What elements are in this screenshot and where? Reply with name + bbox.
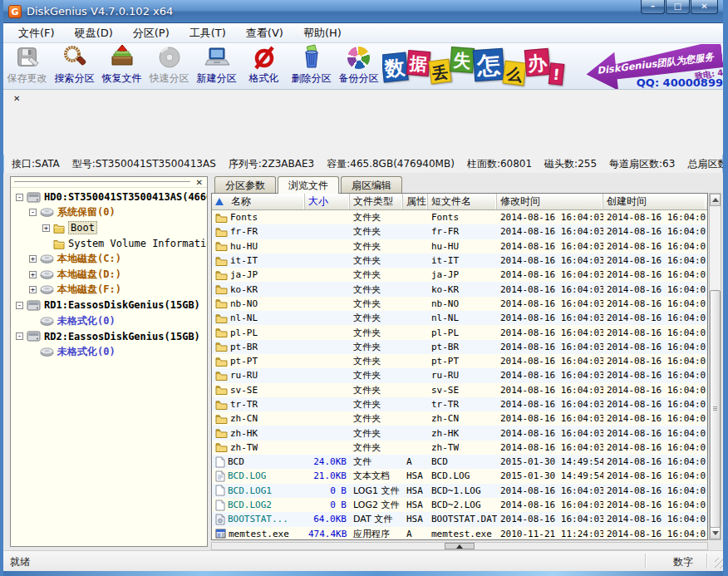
file-icon [215,485,225,496]
table-row[interactable]: fr-FR文件夹fr-FR2014-08-16 16:04:032014-08-… [212,224,707,239]
ad-banner[interactable]: 数据丢失怎么办! DiskGenius团队为您服务 致电: 4 QQ: 4000… [382,44,723,89]
resize-grip[interactable] [715,558,726,569]
maximize-button[interactable]: □ [666,0,690,14]
ad-tile-1: 据 [406,50,431,76]
close-tree-icon[interactable]: ✕ [196,179,203,187]
tree-item-2[interactable]: +Boot [11,220,207,236]
horizontal-scrollbar[interactable] [211,542,708,550]
scroll-up-icon[interactable] [710,194,721,206]
column-header-6[interactable]: 创建时间 [603,194,706,209]
table-row[interactable]: zh-CN文件夹zh-CN2014-08-16 16:04:032014-08-… [212,411,707,426]
minimize-button[interactable]: – [641,0,665,14]
tab-扇区编辑[interactable]: 扇区编辑 [341,176,402,193]
file-name: ko-KR [230,284,258,295]
menu-item-D[interactable]: 硬盘(D) [65,23,123,43]
table-row[interactable]: nl-NL文件夹nl-NL2014-08-16 16:04:032014-08-… [212,311,707,325]
column-header-1[interactable]: 大小 [305,194,350,209]
file-name: zh-CN [230,413,258,424]
folder-icon [215,327,228,337]
table-row[interactable]: ru-RU文件夹ru-RU2014-08-16 16:04:032014-08-… [212,368,707,382]
table-row[interactable]: Fonts文件夹Fonts2014-08-16 16:04:032014-08-… [212,210,707,224]
cell-shortname: nl-NL [428,313,497,323]
tree-item-6[interactable]: +本地磁盘(F:) [11,283,207,298]
tree-expander-icon[interactable]: - [29,209,37,216]
table-row[interactable]: BOOTSTAT...64.0KBDAT 文件HSABOOTSTAT.DAT20… [212,512,707,526]
menu-item-T[interactable]: 工具(T) [180,23,236,43]
tree-expander-icon[interactable]: + [29,255,37,263]
tree-expander-icon[interactable]: - [16,332,23,340]
column-header-0[interactable]: 名称 [212,194,305,209]
collapse-button[interactable] [445,543,475,549]
table-row[interactable]: ja-JP文件夹ja-JP2014-08-16 16:04:032014-08-… [212,268,707,282]
table-row[interactable]: pt-BR文件夹pt-BR2014-08-16 16:04:032014-08-… [212,340,707,354]
toolbar-button-recover-files[interactable]: 恢复文件 [98,43,145,88]
menu-item-P[interactable]: 分区(P) [123,23,180,43]
close-panel-icon[interactable]: ✕ [13,95,20,103]
tab-分区参数[interactable]: 分区参数 [214,176,276,193]
menu-item-H[interactable]: 帮助(H) [293,23,352,43]
table-row[interactable]: BCD24.0KB文件ABCD2015-01-30 14:49:542014-0… [212,455,707,469]
sort-ascending-icon [215,198,224,205]
quick-partition-icon [156,43,183,71]
file-name: pt-PT [230,356,258,367]
toolbar-button-format[interactable]: 格式化 [240,43,288,88]
toolbar-button-search-partition[interactable]: 搜索分区 [51,43,98,88]
tree-item-3[interactable]: +System Volume Information [11,236,207,252]
table-row[interactable]: memtest.exe474.4KB应用程序Amemtest.exe2010-1… [212,527,707,540]
table-row[interactable]: BCD.LOG10 BLOG1 文件HSABCD~1.LOG2014-08-16… [212,484,707,498]
close-button[interactable]: ✕ [691,0,718,14]
table-row[interactable]: sv-SE文件夹sv-SE2014-08-16 16:04:032014-08-… [212,383,707,397]
backup-partition-icon [347,43,370,71]
tree-expander-icon[interactable]: - [16,194,23,201]
cell-type: 文件夹 [350,268,403,281]
table-row[interactable]: hu-HU文件夹hu-HU2014-08-16 16:04:032014-08-… [212,239,707,254]
file-name: BCD.LOG [228,470,266,481]
tree-expander-icon[interactable]: + [29,271,37,278]
tree-expander-icon[interactable]: + [29,286,37,293]
table-row[interactable]: BCD.LOG21.0KB文本文档HSABCD.LOG2015-01-30 14… [212,469,707,483]
partition-icon [40,285,54,294]
column-header-3[interactable]: 属性 [403,194,428,209]
table-row[interactable]: pl-PL文件夹pl-PL2014-08-16 16:04:032014-08-… [212,325,707,339]
scroll-down-icon[interactable] [710,527,721,539]
tree-item-1[interactable]: -系统保留(0) [11,205,207,221]
cell-shortname: tr-TR [428,399,497,410]
toolbar-button-quick-partition[interactable]: 快速分区 [145,43,193,88]
toolbar-button-backup-partition[interactable]: 备份分区 [335,43,382,88]
tree-item-4[interactable]: +本地磁盘(C:) [11,251,207,267]
table-row[interactable]: nb-NO文件夹nb-NO2014-08-16 16:04:032014-08-… [212,297,707,311]
table-row[interactable]: BCD.LOG20 BLOG2 文件HSABCD~2.LOG2014-08-16… [212,498,707,512]
tree-item-10[interactable]: +未格式化(0) [11,344,207,360]
tree-item-5[interactable]: +本地磁盘(D:) [11,267,207,283]
column-header-2[interactable]: 文件类型 [350,194,403,209]
tree-expander-icon[interactable]: + [42,224,50,232]
tab-浏览文件[interactable]: 浏览文件 [278,176,339,194]
title-bar[interactable]: G DiskGenius V4.7.0.102 x64 – □ ✕ [0,0,728,23]
tree-top-strip: ✕ [11,177,207,188]
tree-item-0[interactable]: -HD0:ST350041ST3500413AS(466GB) [11,190,207,205]
column-header-4[interactable]: 短文件名 [428,194,497,209]
tree-splitter-grip[interactable] [14,181,190,185]
menu-item-F[interactable]: 文件(F) [8,23,65,43]
tree-item-7[interactable]: -RD1:EassosDiskGenius(15GB) [11,298,207,313]
column-header-5[interactable]: 修改时间 [497,194,603,209]
toolbar-button-save-changes[interactable]: 保存更改 [3,43,51,88]
table-row[interactable]: zh-HK文件夹zh-HK2014-08-16 16:04:032014-08-… [212,426,707,440]
toolbar-button-new-partition[interactable]: 新建分区 [193,43,240,88]
cell-created: 2014-08-16 16:04:03 [603,485,706,496]
table-row[interactable]: tr-TR文件夹tr-TR2014-08-16 16:04:032014-08-… [212,397,707,411]
vertical-scrollbar[interactable] [709,193,721,540]
table-row[interactable]: ko-KR文件夹ko-KR2014-08-16 16:04:032014-08-… [212,282,707,296]
table-row[interactable]: zh-TW文件夹zh-TW2014-08-16 16:04:032014-08-… [212,441,707,455]
tree-item-8[interactable]: +未格式化(0) [11,313,207,329]
tree-expander-icon[interactable]: - [16,302,23,309]
tree-item-9[interactable]: -RD2:EassosDiskGenius(15GB) [11,328,207,344]
cell-modified: 2014-08-16 16:04:03 [497,342,603,352]
file-name: fr-FR [230,226,258,237]
table-row[interactable]: it-IT文件夹it-IT2014-08-16 16:04:032014-08-… [212,254,707,268]
table-row[interactable]: pt-PT文件夹pt-PT2014-08-16 16:04:032014-08-… [212,354,707,368]
menu-item-V[interactable]: 查看(V) [236,23,293,43]
scroll-thumb[interactable] [710,290,721,528]
toolbar-button-delete-partition[interactable]: 删除分区 [288,43,335,88]
cell-type: 文件夹 [350,283,403,296]
